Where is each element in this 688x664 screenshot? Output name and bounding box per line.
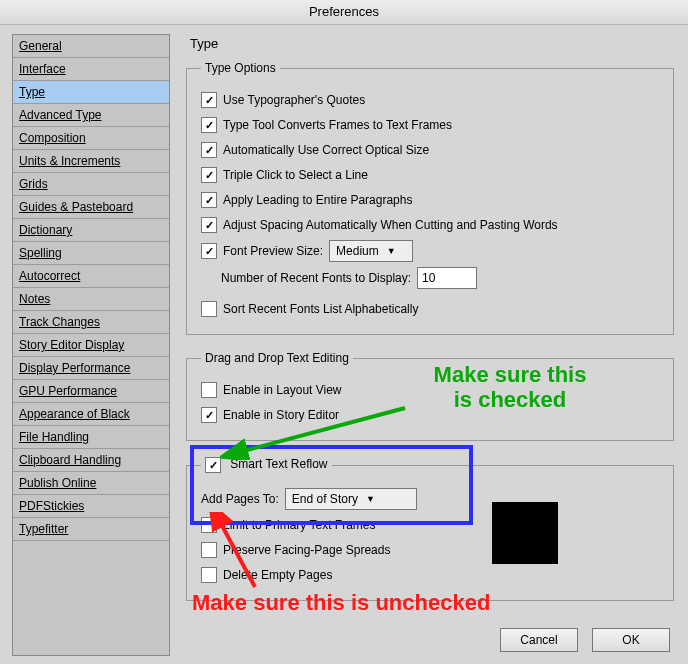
preserve-facing-checkbox[interactable]	[201, 542, 217, 558]
drag-drop-group: Drag and Drop Text Editing Enable in Lay…	[186, 351, 674, 441]
apply-leading-label: Apply Leading to Entire Paragraphs	[223, 193, 412, 207]
drag-drop-legend: Drag and Drop Text Editing	[201, 351, 353, 365]
add-pages-label: Add Pages To:	[201, 492, 279, 506]
recent-fonts-label: Number of Recent Fonts to Display:	[221, 271, 411, 285]
layout-view-checkbox[interactable]	[201, 382, 217, 398]
sidebar-item-spelling[interactable]: Spelling	[13, 242, 169, 265]
add-pages-value: End of Story	[292, 492, 358, 506]
recent-fonts-input[interactable]: 10	[417, 267, 477, 289]
sidebar-item-general[interactable]: General	[13, 35, 169, 58]
main-panel: Type Type Options Use Typographer's Quot…	[170, 34, 680, 656]
redaction-block	[492, 502, 558, 564]
sidebar-item-story-editor-display[interactable]: Story Editor Display	[13, 334, 169, 357]
smart-reflow-checkbox[interactable]	[205, 457, 221, 473]
sidebar-item-gpu-performance[interactable]: GPU Performance	[13, 380, 169, 403]
chevron-down-icon: ▼	[387, 246, 396, 256]
typographers-quotes-checkbox[interactable]	[201, 92, 217, 108]
font-preview-label: Font Preview Size:	[223, 244, 323, 258]
ok-button[interactable]: OK	[592, 628, 670, 652]
sidebar-item-appearance-of-black[interactable]: Appearance of Black	[13, 403, 169, 426]
window-title: Preferences	[0, 0, 688, 25]
smart-reflow-group: Smart Text Reflow Add Pages To: End of S…	[186, 457, 674, 601]
sidebar-item-autocorrect[interactable]: Autocorrect	[13, 265, 169, 288]
story-editor-label: Enable in Story Editor	[223, 408, 339, 422]
sidebar-item-type[interactable]: Type	[13, 81, 169, 104]
type-options-legend: Type Options	[201, 61, 280, 75]
adjust-spacing-checkbox[interactable]	[201, 217, 217, 233]
cancel-button[interactable]: Cancel	[500, 628, 578, 652]
sidebar-item-guides-pasteboard[interactable]: Guides & Pasteboard	[13, 196, 169, 219]
preserve-facing-label: Preserve Facing-Page Spreads	[223, 543, 390, 557]
font-preview-value: Medium	[336, 244, 379, 258]
sidebar-item-composition[interactable]: Composition	[13, 127, 169, 150]
auto-optical-label: Automatically Use Correct Optical Size	[223, 143, 429, 157]
sidebar-item-dictionary[interactable]: Dictionary	[13, 219, 169, 242]
preferences-window: Preferences GeneralInterfaceTypeAdvanced…	[0, 0, 688, 664]
sidebar-item-units-increments[interactable]: Units & Increments	[13, 150, 169, 173]
sort-recent-checkbox[interactable]	[201, 301, 217, 317]
add-pages-select[interactable]: End of Story▼	[285, 488, 417, 510]
dialog-buttons: Cancel OK	[500, 628, 670, 652]
converts-frames-checkbox[interactable]	[201, 117, 217, 133]
apply-leading-checkbox[interactable]	[201, 192, 217, 208]
sidebar-item-pdfstickies[interactable]: PDFStickies	[13, 495, 169, 518]
chevron-down-icon: ▼	[366, 494, 375, 504]
font-preview-select[interactable]: Medium▼	[329, 240, 413, 262]
delete-empty-checkbox[interactable]	[201, 567, 217, 583]
typographers-quotes-label: Use Typographer's Quotes	[223, 93, 365, 107]
triple-click-checkbox[interactable]	[201, 167, 217, 183]
type-options-group: Type Options Use Typographer's Quotes Ty…	[186, 61, 674, 335]
sidebar-item-clipboard-handling[interactable]: Clipboard Handling	[13, 449, 169, 472]
limit-primary-label: Limit to Primary Text Frames	[223, 518, 375, 532]
sidebar-item-display-performance[interactable]: Display Performance	[13, 357, 169, 380]
adjust-spacing-label: Adjust Spacing Automatically When Cuttin…	[223, 218, 558, 232]
sidebar-item-advanced-type[interactable]: Advanced Type	[13, 104, 169, 127]
sidebar-item-grids[interactable]: Grids	[13, 173, 169, 196]
smart-reflow-label: Smart Text Reflow	[230, 457, 327, 471]
sidebar-item-interface[interactable]: Interface	[13, 58, 169, 81]
sidebar-item-track-changes[interactable]: Track Changes	[13, 311, 169, 334]
smart-reflow-legend: Smart Text Reflow	[201, 457, 332, 473]
story-editor-checkbox[interactable]	[201, 407, 217, 423]
panel-title: Type	[190, 36, 674, 51]
window-content: GeneralInterfaceTypeAdvanced TypeComposi…	[0, 24, 688, 664]
layout-view-label: Enable in Layout View	[223, 383, 342, 397]
sidebar-item-file-handling[interactable]: File Handling	[13, 426, 169, 449]
auto-optical-checkbox[interactable]	[201, 142, 217, 158]
sidebar-item-typefitter[interactable]: Typefitter	[13, 518, 169, 541]
limit-primary-checkbox[interactable]	[201, 517, 217, 533]
converts-frames-label: Type Tool Converts Frames to Text Frames	[223, 118, 452, 132]
sidebar-item-notes[interactable]: Notes	[13, 288, 169, 311]
delete-empty-label: Delete Empty Pages	[223, 568, 332, 582]
sidebar: GeneralInterfaceTypeAdvanced TypeComposi…	[12, 34, 170, 656]
font-preview-checkbox[interactable]	[201, 243, 217, 259]
recent-fonts-value: 10	[422, 271, 435, 285]
sort-recent-label: Sort Recent Fonts List Alphabetically	[223, 302, 418, 316]
sidebar-item-publish-online[interactable]: Publish Online	[13, 472, 169, 495]
triple-click-label: Triple Click to Select a Line	[223, 168, 368, 182]
